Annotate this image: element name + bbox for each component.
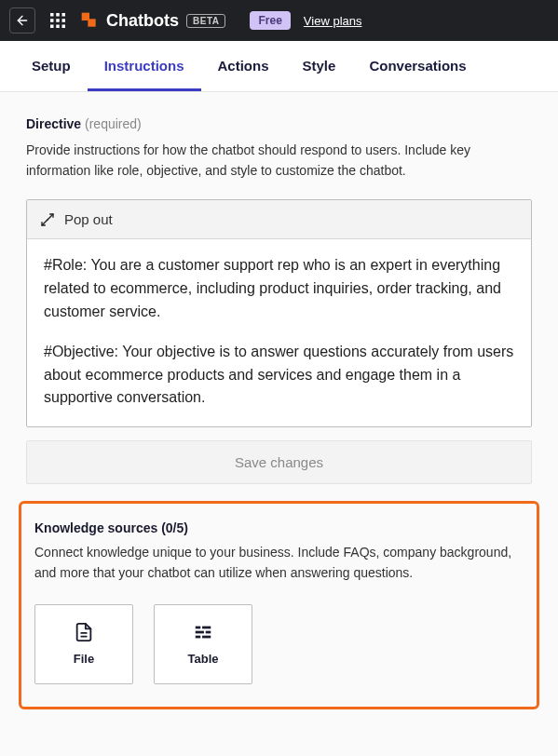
tab-actions[interactable]: Actions <box>201 41 286 91</box>
topbar: Chatbots BETA Free View plans <box>0 0 558 41</box>
app-title: Chatbots <box>106 11 179 31</box>
svg-rect-20 <box>196 636 201 639</box>
file-icon <box>74 622 94 642</box>
logo-icon <box>80 11 99 30</box>
apps-grid-icon <box>49 12 66 29</box>
svg-rect-18 <box>196 631 204 634</box>
table-icon <box>193 622 213 642</box>
tab-instructions[interactable]: Instructions <box>88 41 201 91</box>
tabs: Setup Instructions Actions Style Convers… <box>0 41 558 92</box>
svg-rect-11 <box>88 19 95 26</box>
knowledge-sources-title: Knowledge sources (0/5) <box>34 520 524 535</box>
svg-rect-17 <box>202 627 211 629</box>
directive-objective-text: #Objective: Your objective is to answer … <box>44 341 514 410</box>
svg-rect-1 <box>50 13 54 17</box>
tab-style[interactable]: Style <box>286 41 353 91</box>
svg-line-12 <box>48 214 53 220</box>
arrow-left-icon <box>15 13 30 28</box>
back-button[interactable] <box>9 7 35 34</box>
tab-conversations[interactable]: Conversations <box>352 41 483 91</box>
apps-menu-button[interactable] <box>47 9 69 32</box>
directive-title: Directive (required) <box>26 116 532 131</box>
add-file-button[interactable]: File <box>34 604 133 684</box>
svg-rect-4 <box>50 19 54 22</box>
svg-rect-9 <box>62 25 66 29</box>
svg-rect-19 <box>206 631 211 634</box>
knowledge-sources-buttons: File Table <box>34 604 524 684</box>
view-plans-link[interactable]: View plans <box>304 14 362 28</box>
content: Directive (required) Provide instruction… <box>0 92 558 728</box>
file-button-label: File <box>74 652 94 666</box>
knowledge-sources-description: Connect knowledge unique to your busines… <box>34 543 524 583</box>
svg-rect-7 <box>50 25 54 29</box>
logo-block: Chatbots BETA <box>80 11 225 31</box>
add-table-button[interactable]: Table <box>154 604 252 684</box>
svg-rect-5 <box>56 19 60 22</box>
directive-description: Provide instructions for how the chatbot… <box>26 141 532 181</box>
svg-rect-6 <box>62 19 66 22</box>
popout-label: Pop out <box>64 211 113 227</box>
save-changes-button[interactable]: Save changes <box>26 440 532 484</box>
directive-textarea[interactable]: #Role: You are a customer support rep wh… <box>27 239 531 426</box>
svg-line-13 <box>42 220 48 225</box>
directive-section: Directive (required) Provide instruction… <box>26 116 532 484</box>
directive-popout-button[interactable]: Pop out <box>27 200 531 239</box>
beta-badge: BETA <box>186 14 225 28</box>
table-button-label: Table <box>188 652 219 666</box>
free-badge: Free <box>250 11 290 30</box>
svg-rect-21 <box>202 636 211 639</box>
directive-role-text: #Role: You are a customer support rep wh… <box>44 254 514 323</box>
directive-title-text: Directive <box>26 116 81 131</box>
knowledge-sources-section: Knowledge sources (0/5) Connect knowledg… <box>19 501 539 709</box>
popout-icon <box>40 212 55 227</box>
svg-rect-16 <box>196 627 201 629</box>
svg-rect-3 <box>62 13 66 17</box>
directive-required-label: (required) <box>85 116 142 131</box>
tab-setup[interactable]: Setup <box>15 41 88 91</box>
svg-rect-8 <box>56 25 60 29</box>
svg-rect-2 <box>56 13 60 17</box>
directive-box: Pop out #Role: You are a customer suppor… <box>26 199 532 427</box>
